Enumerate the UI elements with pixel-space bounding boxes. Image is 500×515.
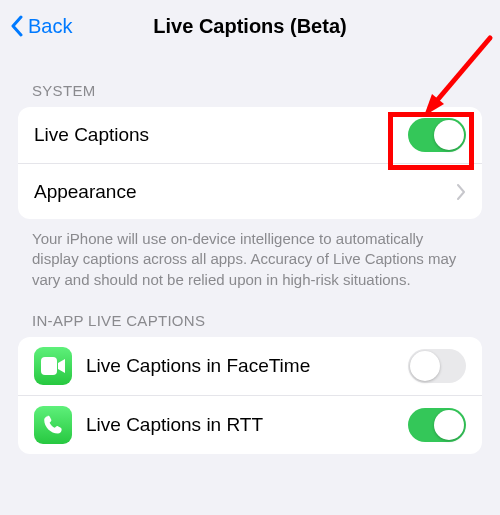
row-appearance[interactable]: Appearance — [18, 163, 482, 219]
row-label: Live Captions in FaceTime — [86, 355, 394, 377]
svg-rect-0 — [41, 357, 57, 375]
section-header-in-app: IN-APP LIVE CAPTIONS — [18, 290, 482, 337]
row-label: Live Captions — [34, 124, 394, 146]
group-system: Live Captions Appearance — [18, 107, 482, 219]
toggle-live-captions[interactable] — [408, 118, 466, 152]
group-in-app: Live Captions in FaceTime Live Captions … — [18, 337, 482, 454]
navigation-bar: Back Live Captions (Beta) — [0, 0, 500, 52]
phone-icon — [34, 406, 72, 444]
row-label: Live Captions in RTT — [86, 414, 394, 436]
toggle-rtt[interactable] — [408, 408, 466, 442]
toggle-facetime[interactable] — [408, 349, 466, 383]
back-label: Back — [28, 15, 72, 38]
chevron-left-icon — [10, 15, 24, 37]
back-button[interactable]: Back — [0, 15, 72, 38]
section-header-system: SYSTEM — [18, 52, 482, 107]
row-label: Appearance — [34, 181, 443, 203]
section-footer-system: Your iPhone will use on-device intellige… — [18, 219, 482, 290]
row-rtt[interactable]: Live Captions in RTT — [18, 395, 482, 454]
chevron-right-icon — [457, 184, 466, 200]
content: SYSTEM Live Captions Appearance Your iPh… — [0, 52, 500, 454]
row-facetime[interactable]: Live Captions in FaceTime — [18, 337, 482, 395]
row-live-captions[interactable]: Live Captions — [18, 107, 482, 163]
facetime-icon — [34, 347, 72, 385]
page-title: Live Captions (Beta) — [0, 15, 500, 38]
